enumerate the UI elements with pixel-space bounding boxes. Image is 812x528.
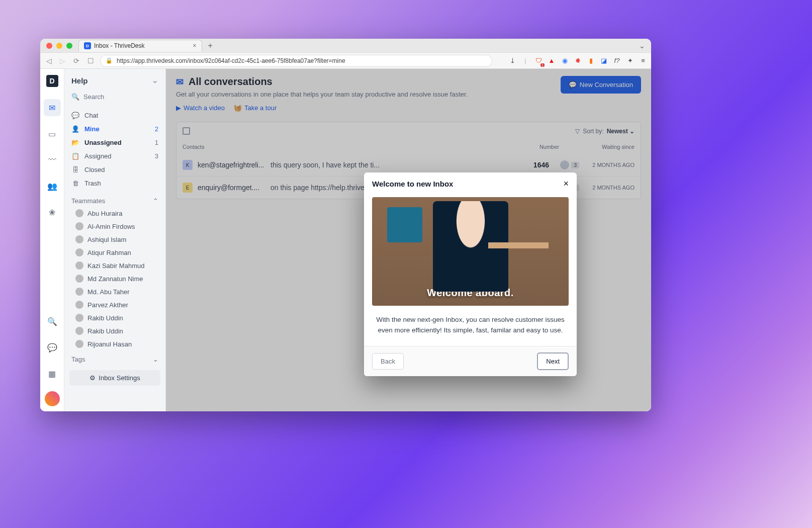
rail-inbox-icon[interactable]: ✉: [44, 99, 61, 116]
teammate-item[interactable]: Atiqur Rahman: [64, 246, 165, 259]
row-waiting: 2 MONTHS AGO: [579, 185, 635, 191]
sort-value[interactable]: Newest ⌄: [607, 128, 635, 135]
nav-bookmark-button[interactable]: ☐: [85, 56, 96, 66]
teammate-item[interactable]: Parvez Akther: [64, 298, 165, 311]
user-avatar[interactable]: [45, 391, 60, 406]
modal-image: Welcome aboard.: [372, 197, 569, 306]
teammate-item[interactable]: Ashiqul Islam: [64, 233, 165, 246]
take-tour-link[interactable]: 🧺 Take a tour: [234, 104, 277, 112]
tabs-dropdown-icon[interactable]: ⌄: [639, 42, 645, 50]
extension-icon[interactable]: ▮: [587, 57, 595, 65]
inbox-settings-button[interactable]: ⚙ Inbox Settings: [69, 370, 160, 386]
extension-icon[interactable]: f?: [613, 57, 621, 65]
teammates-heading: Teammates: [71, 197, 105, 205]
window-maximize[interactable]: [66, 43, 72, 49]
url-text: https://app.thrivedesk.com/inbox/92c064a…: [117, 57, 345, 64]
inbox-settings-label: Inbox Settings: [99, 374, 140, 382]
select-all-checkbox[interactable]: [183, 127, 190, 135]
window-minimize[interactable]: [56, 43, 62, 49]
col-contacts: Contacts: [183, 144, 263, 150]
browser-tab[interactable]: D Inbox - ThriveDesk ×: [78, 40, 202, 52]
thread-count-badge: 3: [571, 162, 579, 168]
rail-chat-icon[interactable]: 💬: [44, 339, 61, 356]
url-bar[interactable]: 🔒 https://app.thrivedesk.com/inbox/92c06…: [100, 55, 492, 67]
modal-close-icon[interactable]: ×: [563, 179, 569, 189]
extension-icon[interactable]: ◪: [600, 57, 608, 65]
lock-icon: 🔒: [106, 57, 113, 64]
new-conversation-button[interactable]: 💬 New Conversation: [561, 76, 641, 94]
sidebar-item[interactable]: 📂 Unassigned 1: [64, 136, 165, 149]
rail-docs-icon[interactable]: ▭: [44, 125, 61, 142]
filter-icon[interactable]: ▽: [575, 128, 580, 135]
rail-grid-icon[interactable]: ▦: [44, 365, 61, 382]
row-contact: enquiry@formget....: [198, 184, 265, 192]
teammate-item[interactable]: Abu Huraira: [64, 207, 165, 220]
nav-forward-button[interactable]: ▷: [58, 56, 67, 66]
nav-reload-button[interactable]: ⟳: [71, 56, 81, 66]
teammate-avatar: [75, 261, 83, 270]
row-waiting: 2 MONTHS AGO: [579, 162, 635, 168]
teammate-item[interactable]: Rijoanul Hasan: [64, 337, 165, 350]
sidebar-item-label: Trash: [84, 180, 101, 187]
app-logo[interactable]: D: [46, 75, 58, 87]
sidebar-item-icon: 📋: [71, 152, 79, 160]
extension-icon[interactable]: ▲: [548, 57, 556, 65]
row-contact: ken@stagefrightreli...: [198, 161, 265, 169]
sidebar-item[interactable]: 💬 Chat: [64, 109, 165, 122]
teammate-name: Md. Abu Taher: [87, 288, 130, 296]
watch-video-link[interactable]: ▶ Watch a video: [176, 104, 225, 112]
basket-icon: 🧺: [234, 104, 242, 112]
play-icon: ▶: [176, 104, 181, 112]
extension-icon[interactable]: ◉: [561, 57, 569, 65]
teammate-name: Al-Amin Firdows: [87, 223, 135, 230]
tab-close-icon[interactable]: ×: [193, 42, 196, 49]
sidebar-item-icon: 🗄: [71, 166, 79, 173]
page-subtitle: Get all your conversations in one place …: [176, 91, 468, 98]
divider-icon: |: [521, 57, 529, 65]
nav-back-button[interactable]: ◁: [44, 56, 54, 66]
inbox-selector-chevron-icon[interactable]: ⌄: [152, 76, 158, 85]
modal-next-button[interactable]: Next: [537, 353, 569, 370]
nav-rail: D ✉ ▭ 〰 👥 ❀ 🔍 💬 ▦: [40, 69, 64, 411]
sidebar-search[interactable]: 🔍 Search: [64, 90, 165, 107]
extensions-menu-icon[interactable]: ✦: [626, 57, 634, 65]
col-waiting: Waiting since: [559, 144, 635, 150]
sidebar-item[interactable]: 👤 Mine 2: [64, 122, 165, 136]
teammate-item[interactable]: Rakib Uddin: [64, 311, 165, 324]
sidebar-item[interactable]: 🗄 Closed: [64, 163, 165, 177]
page-title: All conversations: [189, 76, 273, 87]
search-placeholder: Search: [83, 93, 104, 101]
new-tab-button[interactable]: +: [208, 41, 213, 50]
sidebar-item[interactable]: 🗑 Trash: [64, 177, 165, 190]
download-icon[interactable]: ⤓: [508, 57, 516, 65]
assignee-avatar: [560, 160, 569, 169]
teammate-name: Rakib Uddin: [87, 327, 123, 335]
row-assignees: 3: [549, 160, 579, 169]
sidebar-item-count: 3: [155, 152, 158, 160]
sidebar-item-icon: 🗑: [71, 180, 79, 187]
teammate-item[interactable]: Al-Amin Firdows: [64, 220, 165, 233]
sidebar: Help ⌄ 🔍 Search 💬 Chat 👤 Mine 2📂 Unassig…: [64, 69, 166, 411]
teammate-item[interactable]: Md. Abu Taher: [64, 285, 165, 298]
teammate-item[interactable]: Rakib Uddin: [64, 324, 165, 337]
take-tour-label: Take a tour: [244, 104, 277, 112]
inbox-icon: ✉: [176, 76, 184, 87]
rail-apps-icon[interactable]: ❀: [44, 204, 61, 221]
section-chevron-icon[interactable]: ⌄: [153, 356, 158, 363]
window-close[interactable]: [46, 43, 52, 49]
teammate-item[interactable]: Md Zannatun Nime: [64, 272, 165, 285]
contact-initial-badge: K: [183, 160, 193, 170]
shield-icon[interactable]: 🛡1: [534, 57, 543, 65]
rail-contacts-icon[interactable]: 👥: [44, 178, 61, 195]
row-number: 1646: [519, 161, 549, 169]
teammate-item[interactable]: Kazi Sabir Mahmud: [64, 259, 165, 272]
contact-initial-badge: E: [183, 183, 193, 193]
extension-icon[interactable]: ✸4: [574, 57, 582, 65]
rail-activity-icon[interactable]: 〰: [44, 151, 61, 168]
section-chevron-icon[interactable]: ⌃: [153, 197, 158, 205]
rail-search-icon[interactable]: 🔍: [44, 313, 61, 330]
sidebar-item[interactable]: 📋 Assigned 3: [64, 149, 165, 163]
browser-menu-icon[interactable]: ≡: [639, 57, 647, 65]
modal-back-button[interactable]: Back: [372, 353, 404, 370]
sidebar-item-icon: 👤: [71, 125, 79, 133]
